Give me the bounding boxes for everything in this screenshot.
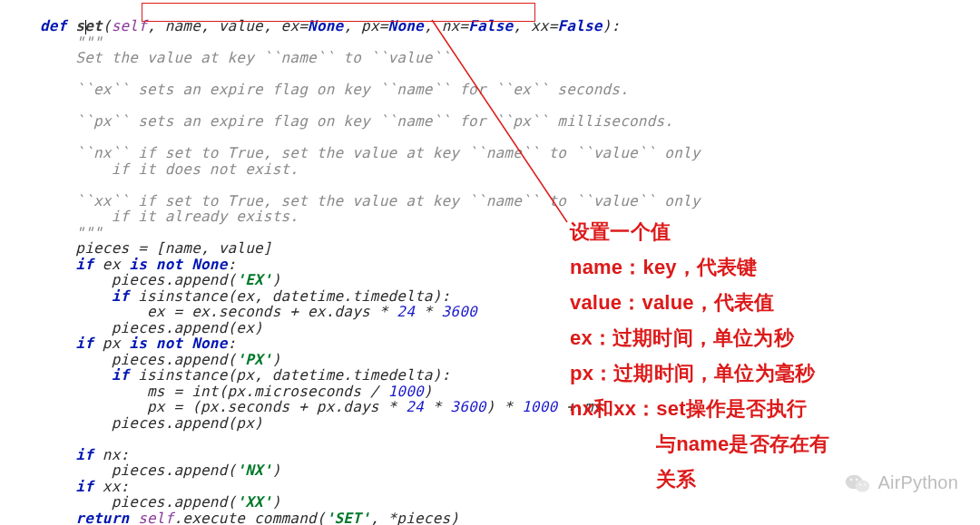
watermark-text: AirPython xyxy=(877,475,958,491)
annotation-text: 设置一个值 name：key，代表键 value：value，代表值 ex：过期… xyxy=(570,214,933,497)
annot-line-2: name：key，代表键 xyxy=(570,249,933,285)
svg-point-6 xyxy=(865,484,867,486)
watermark: AirPython xyxy=(845,472,958,494)
annot-line-4: ex：过期时间，单位为秒 xyxy=(570,320,933,355)
svg-point-4 xyxy=(856,479,858,481)
annot-line-6: nx和xx：set操作是否执行 xyxy=(570,391,933,426)
annot-line-5: px：过期时间，单位为毫秒 xyxy=(570,355,933,391)
annot-line-7: 与name是否存在有 xyxy=(570,426,933,462)
annot-line-3: value：value，代表值 xyxy=(570,285,933,320)
wechat-icon xyxy=(845,472,870,494)
annot-line-1: 设置一个值 xyxy=(570,214,933,249)
svg-point-2 xyxy=(856,481,870,492)
svg-point-5 xyxy=(860,484,862,486)
svg-point-3 xyxy=(850,479,852,481)
